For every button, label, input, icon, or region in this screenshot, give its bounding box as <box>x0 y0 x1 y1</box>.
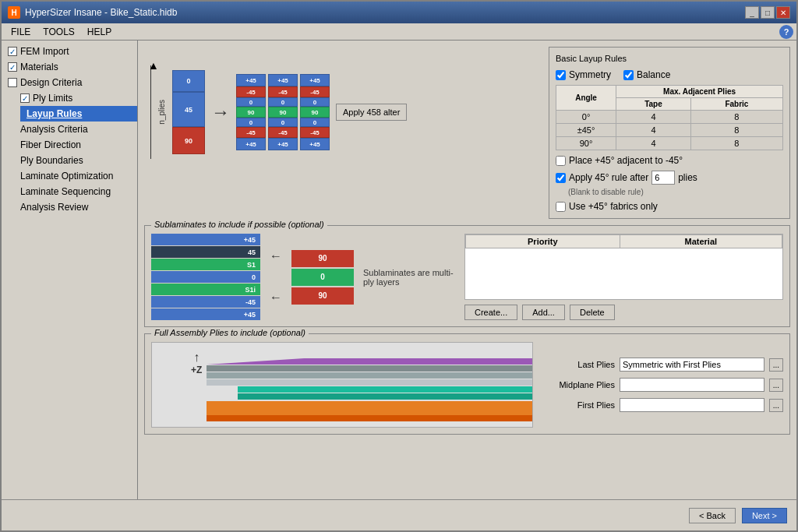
first-plies-input[interactable] <box>620 398 764 412</box>
first-plies-browse-button[interactable]: ... <box>769 399 783 412</box>
menu-help[interactable]: HELP <box>81 25 118 39</box>
last-plies-input[interactable] <box>620 358 764 372</box>
symmetry-checkbox[interactable] <box>556 70 566 80</box>
transformed-bars: +45 -45 0 90 0 -45 +45 +45 <box>236 74 330 150</box>
transform-arrow: → <box>211 101 230 123</box>
bar-chart-area: ▲ n_plies 0 45 90 → <box>147 50 538 174</box>
maximize-button[interactable]: □ <box>761 6 775 19</box>
sub-stack: +45 45 S1 0 S1i -45 +45 <box>151 234 260 320</box>
sidebar-item-analysis-criteria[interactable]: Analysis Criteria <box>14 122 137 137</box>
bar-1: +45 -45 0 90 0 -45 +45 <box>236 74 266 150</box>
place-adjacent-row: Place +45° adjacent to -45° <box>556 155 783 166</box>
n-plies-label: n_plies <box>157 100 166 125</box>
blank-note: (Blank to disable rule) <box>568 188 783 196</box>
close-button[interactable]: ✕ <box>776 6 790 19</box>
last-plies-browse-button[interactable]: ... <box>769 358 783 372</box>
priority-area: Priority Material Create... Add... Delet… <box>464 234 783 320</box>
window-title: HyperSizer Insane - Bike_Static.hidb <box>25 7 177 18</box>
max-adjacent-table: Angle Max. Adjacent Plies Tape Fabric 0°… <box>556 85 783 150</box>
apply-alter-button[interactable]: Apply 458 alter <box>336 104 407 121</box>
assembly-section: Full Assembly Plies to include (optional… <box>144 333 790 435</box>
priority-table: Priority Material <box>465 234 782 248</box>
layup-diagram-container: ▲ n_plies 0 45 90 → <box>144 47 541 219</box>
rules-panel: Basic Layup Rules Symmetry Balance <box>549 47 790 219</box>
midplane-row: Midplane Plies ... <box>541 378 783 392</box>
sublaminates-label: Sublaminates to include if possible (opt… <box>151 220 327 229</box>
first-plies-label: First Plies <box>541 400 615 410</box>
midplane-input[interactable] <box>620 378 764 392</box>
sidebar-item-materials[interactable]: Materials <box>2 59 137 75</box>
bar-3: +45 -45 0 90 0 -45 +45 <box>300 74 330 150</box>
sub-right-bars: 90 0 90 <box>291 250 354 305</box>
last-plies-row: Last Plies ... <box>541 358 783 372</box>
menu-tools[interactable]: TOOLS <box>37 25 80 39</box>
top-section: ▲ n_plies 0 45 90 → <box>144 47 790 219</box>
sublaminates-section: Sublaminates to include if possible (opt… <box>144 225 790 327</box>
minimize-button[interactable]: _ <box>745 6 759 19</box>
materials-checkbox[interactable] <box>8 62 17 72</box>
sub-diagram: +45 45 S1 0 S1i -45 +45 ← ← <box>151 234 457 320</box>
main-window: H HyperSizer Insane - Bike_Static.hidb _… <box>0 0 798 532</box>
main-area: FEM Import Materials Design Criteria Ply… <box>2 41 796 499</box>
use-fabrics-checkbox[interactable] <box>556 202 566 212</box>
add-button[interactable]: Add... <box>522 305 565 320</box>
sidebar-item-laminate-optimization[interactable]: Laminate Optimization <box>14 168 137 184</box>
back-button[interactable]: < Back <box>689 508 736 523</box>
apply-45-checkbox[interactable] <box>556 173 566 183</box>
menu-file[interactable]: FILE <box>5 25 37 39</box>
sidebar-item-ply-boundaries[interactable]: Ply Boundaries <box>14 153 137 168</box>
priority-table-container: Priority Material <box>464 234 783 300</box>
balance-row: Balance <box>623 69 670 80</box>
assembly-label: Full Assembly Plies to include (optional… <box>151 328 309 337</box>
balance-label: Balance <box>637 69 670 80</box>
sidebar-item-ply-limits[interactable]: Ply Limits <box>14 90 137 106</box>
sidebar: FEM Import Materials Design Criteria Ply… <box>2 41 138 499</box>
sidebar-item-laminate-sequencing[interactable]: Laminate Sequencing <box>14 184 137 199</box>
fem-import-checkbox[interactable] <box>8 47 17 56</box>
place-adjacent-label: Place +45° adjacent to -45° <box>569 155 683 166</box>
create-button[interactable]: Create... <box>464 305 517 320</box>
sidebar-item-fiber-direction[interactable]: Fiber Direction <box>14 137 137 153</box>
content-area: ▲ n_plies 0 45 90 → <box>138 41 796 499</box>
bar-2: +45 -45 0 90 0 -45 +45 <box>268 74 298 150</box>
use-fabrics-row: Use +45° fabrics only <box>556 201 783 212</box>
sidebar-item-analysis-review[interactable]: Analysis Review <box>14 199 137 215</box>
apply-45-suffix: plies <box>678 172 697 183</box>
rules-panel-title: Basic Layup Rules <box>556 54 783 63</box>
balance-checkbox[interactable] <box>623 70 634 80</box>
apply-45-label: Apply 45° rule after <box>569 172 648 183</box>
bottom-bar: < Back Next > <box>2 499 796 530</box>
ply-fields: Last Plies ... Midplane Plies ... First … <box>541 342 783 428</box>
midplane-label: Midplane Plies <box>541 380 615 389</box>
sidebar-item-fem-import[interactable]: FEM Import <box>2 44 137 59</box>
app-icon: H <box>8 6 20 19</box>
sidebar-item-layup-rules[interactable]: Layup Rules <box>20 106 137 122</box>
assembly-diagram: ↑ +Z <box>151 342 533 428</box>
delete-button[interactable]: Delete <box>570 305 615 320</box>
sidebar-item-design-criteria[interactable]: Design Criteria <box>2 75 137 90</box>
symmetry-label: Symmetry <box>569 69 611 80</box>
title-bar: H HyperSizer Insane - Bike_Static.hidb _… <box>2 2 796 23</box>
sub-arrows: ← ← <box>270 235 282 319</box>
sub-buttons: Create... Add... Delete <box>464 305 783 320</box>
initial-bar: 0 45 90 <box>172 70 205 154</box>
apply-45-row: Apply 45° rule after plies <box>556 171 783 185</box>
ply-limits-checkbox[interactable] <box>20 93 30 103</box>
help-icon[interactable]: ? <box>779 25 793 39</box>
use-fabrics-label: Use +45° fabrics only <box>569 201 658 212</box>
last-plies-label: Last Plies <box>541 360 615 369</box>
apply-45-input[interactable] <box>651 171 675 185</box>
symmetry-row: Symmetry <box>556 69 611 80</box>
z-label: +Z <box>191 365 202 375</box>
place-adjacent-checkbox[interactable] <box>556 156 566 166</box>
midplane-browse-button[interactable]: ... <box>769 379 783 392</box>
first-plies-row: First Plies ... <box>541 398 783 412</box>
next-button[interactable]: Next > <box>742 508 787 523</box>
design-criteria-checkbox[interactable] <box>8 78 17 87</box>
menu-bar: FILE TOOLS HELP ? <box>2 23 796 41</box>
sublaminates-note: Sublaminates are multi-ply layers <box>363 268 457 287</box>
